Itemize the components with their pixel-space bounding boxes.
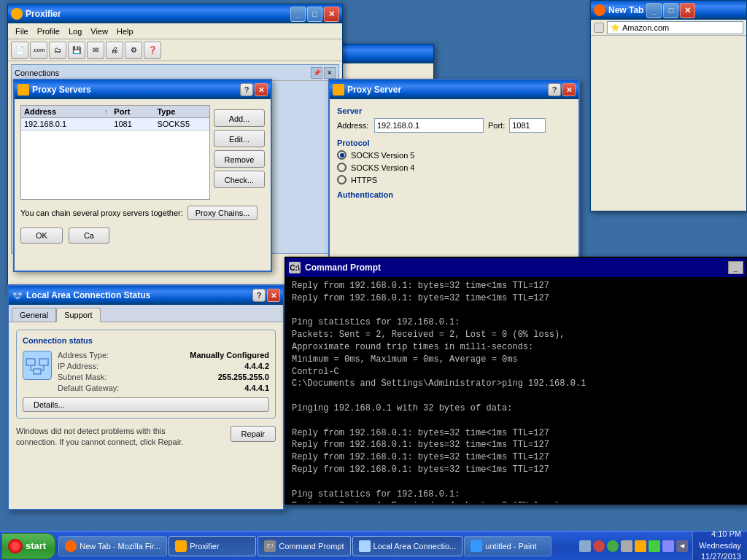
status-details: Address Type: Manually Configured IP Add… — [58, 351, 269, 394]
lan-close-btn[interactable]: ✕ — [267, 289, 280, 302]
proxifier-title-bar[interactable]: Proxifier _ □ ✕ — [8, 4, 342, 23]
cmd-line-16: Reply from 192.168.0.1: bytes=32 time<1m… — [292, 464, 740, 476]
start-logo-icon — [8, 539, 23, 553]
taskbar-paint[interactable]: untitled - Paint — [464, 536, 551, 556]
panel-pin-btn[interactable]: 📌 — [311, 67, 322, 79]
cmd-title-text: Command Prompt — [305, 262, 381, 273]
panel-close-btn[interactable]: ✕ — [324, 67, 336, 79]
browser-minimize[interactable]: _ — [646, 3, 662, 18]
toolbar-btn-2[interactable]: .com — [30, 42, 47, 59]
socks4-label: SOCKS Version 4 — [351, 163, 414, 172]
socks5-option[interactable]: SOCKS Version 5 — [337, 150, 571, 160]
toolbar-btn-4[interactable]: 💾 — [68, 42, 85, 59]
browser-title-bar[interactable]: New Tab _ □ ✕ — [591, 1, 746, 20]
start-button[interactable]: start — [1, 533, 55, 559]
tray-icon-3 — [607, 540, 619, 552]
minimize-button[interactable]: _ — [290, 7, 306, 22]
toolbar-btn-6[interactable]: 🖨 — [106, 42, 123, 59]
taskbar: start New Tab - Mozilla Fir... Proxifier… — [0, 531, 747, 560]
tab-support[interactable]: Support — [56, 308, 101, 322]
taskbar-firefox[interactable]: New Tab - Mozilla Fir... — [58, 536, 167, 556]
add-button[interactable]: Add... — [214, 109, 265, 127]
remove-button[interactable]: Remove — [214, 150, 265, 168]
socks4-radio[interactable] — [337, 163, 347, 172]
ok-button[interactable]: OK — [20, 228, 63, 244]
gateway-field: Default Gateway: 4.4.4.1 — [58, 384, 269, 392]
cancel-button[interactable]: Ca — [69, 228, 109, 244]
socks4-option[interactable]: SOCKS Version 4 — [337, 163, 571, 172]
tab-general[interactable]: General — [12, 308, 56, 322]
socks5-label: SOCKS Version 5 — [351, 151, 414, 160]
proxy-servers-close-btn[interactable]: ✕ — [255, 83, 268, 96]
toolbar-btn-5[interactable]: ✉ — [87, 42, 104, 59]
address-input[interactable] — [374, 118, 484, 133]
taskbar-lan[interactable]: Local Area Connectio... — [352, 536, 463, 556]
lan-footer-text: Windows did not detect problems with thi… — [16, 426, 191, 448]
proxy-side-buttons: Add... Edit... Remove Check... — [214, 109, 265, 188]
protocol-options: SOCKS Version 5 SOCKS Version 4 HTTPS — [337, 150, 571, 184]
cmd-line-10 — [292, 390, 740, 402]
proxy-chains-button[interactable]: Proxy Chains... — [187, 206, 258, 220]
details-button[interactable]: Details... — [23, 397, 269, 412]
socks5-radio[interactable] — [337, 150, 347, 160]
check-button[interactable]: Check... — [214, 171, 265, 188]
proxy-server-title-bar[interactable]: Proxy Server ? ✕ — [330, 80, 578, 99]
cmd-icon: C:\ — [289, 262, 301, 273]
proxy-dialog-footer: OK Ca — [20, 228, 265, 244]
cmd-window: C:\ Command Prompt _ Reply from 192.168.… — [285, 257, 747, 505]
cmd-line-8: Control-C — [292, 366, 740, 378]
toolbar-btn-3[interactable]: 🗂 — [49, 42, 66, 59]
taskbar-cmd[interactable]: C:\ Command Prompt — [258, 536, 350, 556]
cmd-line-5: Packets: Sent = 2, Received = 2, Lost = … — [292, 329, 740, 341]
subnet-label: Subnet Mask: — [58, 373, 107, 381]
close-button[interactable]: ✕ — [324, 7, 339, 22]
tray-icon-1 — [579, 540, 591, 552]
cmd-minimize-btn[interactable]: _ — [728, 261, 743, 274]
proxy-servers-help-btn[interactable]: ? — [240, 83, 253, 96]
browser-maximize[interactable]: □ — [663, 3, 678, 18]
browser-close[interactable]: ✕ — [680, 3, 695, 18]
toolbar-btn-7[interactable]: ⚙ — [125, 42, 142, 59]
menu-help[interactable]: Help — [112, 26, 138, 37]
cmd-controls: _ — [728, 261, 743, 274]
menu-view[interactable]: View — [86, 26, 112, 37]
maximize-button[interactable]: □ — [307, 7, 322, 22]
cmd-line-7: Minimum = 0ms, Maximum = 0ms, Average = … — [292, 354, 740, 366]
edit-button[interactable]: Edit... — [214, 130, 265, 147]
toolbar-btn-8[interactable]: ❓ — [144, 42, 161, 59]
cmd-line-13: Reply from 192.168.0.1: bytes=32 time<1m… — [292, 427, 740, 440]
menu-file[interactable]: File — [11, 26, 33, 37]
svg-rect-4 — [16, 297, 19, 299]
table-header: Address ↑ Port Type — [21, 106, 209, 118]
show-hidden-tray[interactable]: ◀ — [676, 540, 688, 552]
taskbar-clock: 4:10 PM Wednesday 11/27/2013 — [692, 532, 747, 560]
lan-help-btn[interactable]: ? — [252, 289, 266, 302]
ip-value: 4.4.4.2 — [244, 362, 269, 370]
proxy-footer: You can chain several proxy servers toge… — [20, 206, 265, 220]
subnet-field: Subnet Mask: 255.255.255.0 — [58, 373, 269, 381]
proxy-servers-title-bar[interactable]: Proxy Servers ? ✕ — [15, 80, 271, 99]
menu-profile[interactable]: Profile — [33, 26, 64, 37]
browser-address-bar[interactable]: ⭐ Amazon.com — [607, 21, 743, 34]
cmd-line-17 — [292, 476, 740, 489]
cmd-line-11: Pinging 192.168.0.1 with 32 bytes of dat… — [292, 402, 740, 415]
repair-button[interactable]: Repair — [231, 426, 276, 442]
port-input[interactable] — [509, 118, 546, 133]
cmd-title-bar[interactable]: C:\ Command Prompt _ — [286, 258, 746, 277]
menu-log[interactable]: Log — [64, 26, 86, 37]
https-radio[interactable] — [337, 175, 347, 184]
status-row: Address Type: Manually Configured IP Add… — [23, 351, 269, 394]
proxy-servers-title: Proxy Servers — [32, 85, 91, 95]
proxy-servers-dialog: Proxy Servers ? ✕ Address ↑ Port Type 19… — [13, 79, 272, 272]
address-label: Address: — [337, 121, 370, 130]
cmd-line-6: Approximate round trip times in milli-se… — [292, 341, 740, 354]
proxy-server-help[interactable]: ? — [548, 83, 561, 96]
table-row[interactable]: 192.168.0.1 1081 SOCKS5 — [21, 118, 209, 131]
taskbar-proxifier[interactable]: Proxifier — [169, 536, 256, 556]
lan-title-bar[interactable]: Local Area Connection Status ? ✕ — [9, 286, 283, 305]
browser-back-btn[interactable] — [594, 23, 604, 33]
proxy-server-close[interactable]: ✕ — [562, 83, 576, 96]
desktop: Proxifier _ □ ✕ File Profile Log View He… — [0, 0, 747, 531]
https-option[interactable]: HTTPS — [337, 175, 571, 184]
toolbar-btn-1[interactable]: 📄 — [11, 42, 28, 59]
